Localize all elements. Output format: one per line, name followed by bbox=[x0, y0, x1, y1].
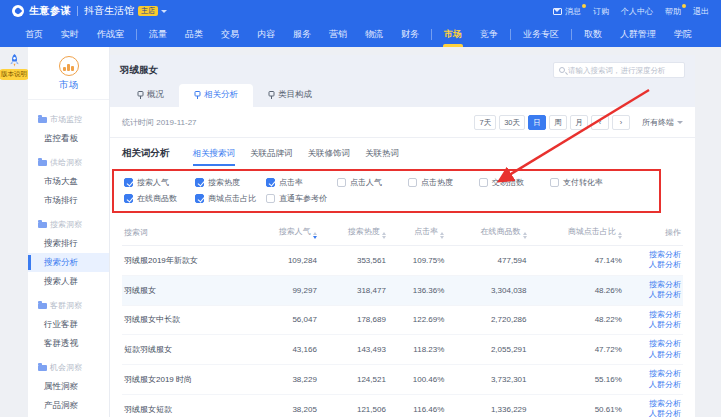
topbar-link[interactable]: 消息 bbox=[553, 6, 581, 17]
checkbox-icon[interactable] bbox=[479, 178, 488, 187]
nav-item[interactable]: 交易 bbox=[212, 22, 248, 47]
search-analysis-link[interactable]: 搜索分析 bbox=[626, 339, 681, 349]
sidebar-item[interactable]: 市场大盘 bbox=[28, 172, 109, 191]
metric-checkbox[interactable]: 搜索热度 bbox=[195, 177, 266, 188]
metric-checkbox[interactable]: 直通车参考价 bbox=[266, 193, 337, 204]
nav-item[interactable]: 服务 bbox=[284, 22, 320, 47]
table-row[interactable]: 羽绒服女短款 38,205 121,506 116.46% 1,336,229 … bbox=[122, 394, 683, 417]
topbar-link[interactable]: 帮助 bbox=[665, 6, 681, 17]
nav-item[interactable]: 财务 bbox=[392, 22, 428, 47]
search-analysis-link[interactable]: 搜索分析 bbox=[626, 250, 681, 260]
rocket-icon[interactable] bbox=[7, 53, 22, 68]
sidebar-item[interactable]: 搜索排行 bbox=[28, 234, 109, 253]
checkbox-icon[interactable] bbox=[408, 178, 417, 187]
nav-item[interactable]: 市场 bbox=[435, 22, 471, 47]
sidebar-item[interactable]: 市场排行 bbox=[28, 191, 109, 210]
nav-item[interactable]: 实时 bbox=[52, 22, 88, 47]
metric-checkbox[interactable]: 在线商品数 bbox=[124, 193, 195, 204]
version-badge[interactable]: 版本说明 bbox=[0, 69, 30, 80]
metric-checkbox[interactable]: 交易指数 bbox=[479, 177, 550, 188]
terminal-filter[interactable]: 所有终端 bbox=[642, 117, 683, 128]
period-button[interactable]: 周 bbox=[549, 115, 567, 130]
sidebar-item[interactable]: 产品洞察 bbox=[28, 396, 109, 415]
analysis-tab[interactable]: 概况 bbox=[122, 84, 179, 107]
keyword-search-box[interactable] bbox=[553, 62, 685, 78]
nav-item[interactable]: 营销 bbox=[320, 22, 356, 47]
topbar-link[interactable]: 退出 bbox=[693, 6, 709, 17]
table-row[interactable]: 羽绒服女 99,297 318,477 136.36% 3,304,038 48… bbox=[122, 275, 683, 305]
table-row[interactable]: 羽绒服女2019 时尚 38,229 124,521 100.46% 3,732… bbox=[122, 365, 683, 395]
audience-analysis-link[interactable]: 人群分析 bbox=[626, 380, 681, 390]
sidebar-item[interactable]: 监控看板 bbox=[28, 129, 109, 148]
nav-item[interactable]: 作战室 bbox=[88, 22, 133, 47]
audience-analysis-link[interactable]: 人群分析 bbox=[626, 320, 681, 330]
period-button[interactable]: 日 bbox=[528, 115, 546, 130]
checkbox-icon[interactable] bbox=[124, 194, 133, 203]
checkbox-icon[interactable] bbox=[195, 178, 204, 187]
sort-carets-icon[interactable] bbox=[382, 232, 386, 239]
checkbox-icon[interactable] bbox=[266, 178, 275, 187]
table-header[interactable]: 操作 bbox=[624, 220, 683, 246]
audience-analysis-link[interactable]: 人群分析 bbox=[626, 350, 681, 360]
sidebar-item[interactable]: 搜索人群 bbox=[28, 272, 109, 291]
nav-item[interactable]: 流量 bbox=[140, 22, 176, 47]
table-header[interactable]: 商城点击占比 bbox=[529, 220, 624, 246]
nav-item[interactable]: 内容 bbox=[248, 22, 284, 47]
table-header[interactable]: 在线商品数 bbox=[446, 220, 528, 246]
nav-item[interactable]: 物流 bbox=[356, 22, 392, 47]
topbar-link[interactable]: 订购 bbox=[593, 6, 609, 17]
sidebar-item[interactable]: 搜索分析 bbox=[28, 253, 109, 272]
store-switch-caret-icon[interactable] bbox=[161, 10, 167, 13]
metric-checkbox[interactable]: 支付转化率 bbox=[550, 177, 621, 188]
search-analysis-link[interactable]: 搜索分析 bbox=[626, 369, 681, 379]
audience-analysis-link[interactable]: 人群分析 bbox=[626, 290, 681, 300]
period-button[interactable]: 月 bbox=[570, 115, 588, 130]
checkbox-icon[interactable] bbox=[124, 178, 133, 187]
word-type-tab[interactable]: 关联热词 bbox=[365, 148, 399, 166]
checkbox-icon[interactable] bbox=[550, 178, 559, 187]
nav-item[interactable]: 人群管理 bbox=[611, 22, 665, 47]
table-header[interactable]: 搜索词 bbox=[122, 220, 250, 246]
analysis-tab[interactable]: 相关分析 bbox=[179, 84, 253, 107]
topbar-link[interactable]: 个人中心 bbox=[621, 6, 653, 17]
metric-checkbox[interactable]: 搜索人气 bbox=[124, 177, 195, 188]
sidebar-item[interactable]: 行业客群 bbox=[28, 315, 109, 334]
metric-checkbox[interactable]: 点击热度 bbox=[408, 177, 479, 188]
table-row[interactable]: 短款羽绒服女 43,166 143,493 118.23% 2,055,291 … bbox=[122, 335, 683, 365]
checkbox-icon[interactable] bbox=[266, 194, 275, 203]
metric-checkbox[interactable]: 点击人气 bbox=[337, 177, 408, 188]
audience-analysis-link[interactable]: 人群分析 bbox=[626, 409, 681, 417]
nav-item[interactable]: 取数 bbox=[575, 22, 611, 47]
period-button[interactable]: 30天 bbox=[499, 115, 525, 130]
nav-item[interactable]: 学院 bbox=[665, 22, 701, 47]
nav-item[interactable]: 业务专区 bbox=[514, 22, 568, 47]
audience-analysis-link[interactable]: 人群分析 bbox=[626, 260, 681, 270]
sort-carets-icon[interactable] bbox=[313, 232, 317, 239]
sort-carets-icon[interactable] bbox=[440, 232, 444, 239]
analysis-tab[interactable]: 类目构成 bbox=[253, 84, 327, 107]
checkbox-icon[interactable] bbox=[337, 178, 346, 187]
checkbox-icon[interactable] bbox=[195, 194, 204, 203]
search-input[interactable] bbox=[568, 66, 679, 75]
sidebar-app-label[interactable]: 市场 bbox=[59, 79, 78, 92]
sort-carets-icon[interactable] bbox=[523, 232, 527, 239]
next-page-button[interactable]: › bbox=[612, 115, 630, 130]
sidebar-item[interactable]: 属性洞察 bbox=[28, 377, 109, 396]
table-header[interactable]: 点击率 bbox=[388, 220, 446, 246]
table-row[interactable]: 羽绒服女中长款 56,047 178,689 122.69% 2,720,286… bbox=[122, 305, 683, 335]
word-type-tab[interactable]: 相关搜索词 bbox=[193, 148, 236, 166]
nav-item[interactable]: 品类 bbox=[176, 22, 212, 47]
period-button[interactable]: 7天 bbox=[474, 115, 496, 130]
search-analysis-link[interactable]: 搜索分析 bbox=[626, 399, 681, 409]
word-type-tab[interactable]: 关联品牌词 bbox=[250, 148, 293, 166]
word-type-tab[interactable]: 关联修饰词 bbox=[308, 148, 351, 166]
table-row[interactable]: 羽绒服2019年新款女 109,284 353,561 109.75% 477,… bbox=[122, 246, 683, 276]
metric-checkbox[interactable]: 商城点击占比 bbox=[195, 193, 266, 204]
search-analysis-link[interactable]: 搜索分析 bbox=[626, 280, 681, 290]
nav-item[interactable]: 竞争 bbox=[471, 22, 507, 47]
nav-item[interactable]: 首页 bbox=[16, 22, 52, 47]
sort-carets-icon[interactable] bbox=[618, 232, 622, 239]
sidebar-item[interactable]: 客群透视 bbox=[28, 334, 109, 353]
prev-page-button[interactable]: ‹ bbox=[591, 115, 609, 130]
search-analysis-link[interactable]: 搜索分析 bbox=[626, 310, 681, 320]
